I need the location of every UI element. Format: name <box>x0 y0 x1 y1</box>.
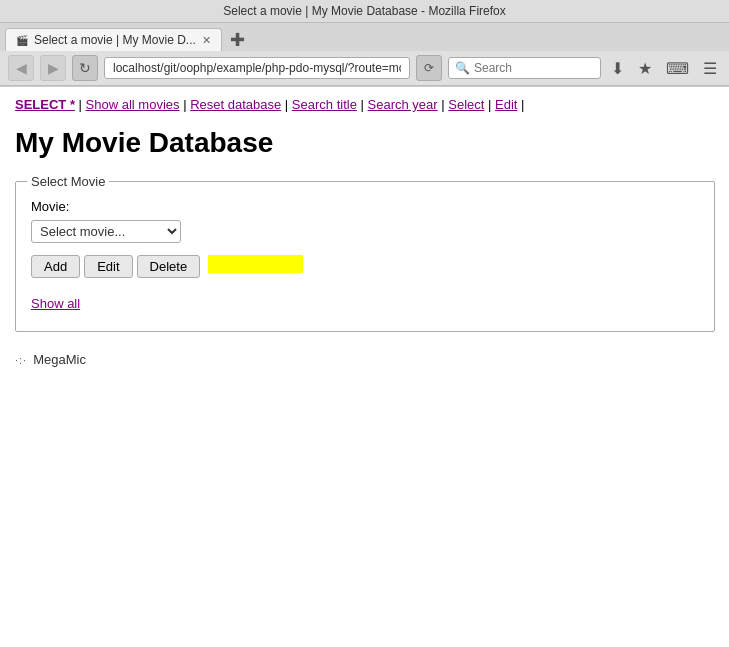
footer: ·:· MegaMic <box>15 352 714 367</box>
browser-chrome: Select a movie | My Movie Database - Moz… <box>0 0 729 87</box>
forward-button[interactable]: ▶ <box>40 55 66 81</box>
edit-button[interactable]: Edit <box>84 255 132 278</box>
url-bar[interactable] <box>104 57 410 79</box>
movie-select-dropdown[interactable]: Select movie... <box>31 220 181 243</box>
back-button[interactable]: ◀ <box>8 55 34 81</box>
tab-close-button[interactable]: ✕ <box>202 34 211 47</box>
brand-name: MegaMic <box>33 352 86 367</box>
show-all-link[interactable]: Show all <box>31 296 80 311</box>
highlight-overlay <box>208 255 303 273</box>
delete-button[interactable]: Delete <box>137 255 201 278</box>
nav-separator-5: | <box>488 97 495 112</box>
movie-label: Movie: <box>31 199 699 214</box>
search-title-link[interactable]: Search title <box>292 97 357 112</box>
add-button[interactable]: Add <box>31 255 80 278</box>
tab-bar: 🎬 Select a movie | My Movie D... ✕ ✚ <box>0 23 729 51</box>
keyboard-button[interactable]: ⌨ <box>662 59 693 78</box>
edit-link[interactable]: Edit <box>495 97 517 112</box>
fieldset-legend: Select Movie <box>27 174 109 189</box>
browser-search-input[interactable] <box>474 61 594 75</box>
select-link[interactable]: Select <box>448 97 484 112</box>
refresh-button[interactable]: ↻ <box>72 55 98 81</box>
download-button[interactable]: ⬇ <box>607 59 628 78</box>
navigation-bar: ◀ ▶ ↻ ⟳ 🔍 ⬇ ★ ⌨ ☰ <box>0 51 729 86</box>
nav-separator-0: | <box>79 97 86 112</box>
show-all-movies-link[interactable]: Show all movies <box>86 97 180 112</box>
browser-search-box: 🔍 <box>448 57 601 79</box>
select-star-link[interactable]: SELECT * <box>15 97 75 112</box>
reload-button[interactable]: ⟳ <box>416 55 442 81</box>
reset-database-link[interactable]: Reset database <box>190 97 281 112</box>
nav-links: SELECT * | Show all movies | Reset datab… <box>15 97 714 112</box>
action-buttons: Add Edit Delete <box>31 255 699 278</box>
nav-separator-2: | <box>285 97 292 112</box>
search-icon: 🔍 <box>455 61 470 75</box>
new-tab-button[interactable]: ✚ <box>222 29 253 51</box>
select-movie-fieldset: Select Movie Movie: Select movie... Add … <box>15 174 715 332</box>
page-title: My Movie Database <box>15 127 714 159</box>
window-title: Select a movie | My Movie Database - Moz… <box>223 4 506 18</box>
page-content: SELECT * | Show all movies | Reset datab… <box>0 87 729 647</box>
tab-favicon: 🎬 <box>16 35 28 46</box>
title-bar: Select a movie | My Movie Database - Moz… <box>0 0 729 23</box>
active-tab[interactable]: 🎬 Select a movie | My Movie D... ✕ <box>5 28 222 51</box>
bookmark-button[interactable]: ★ <box>634 59 656 78</box>
tab-label: Select a movie | My Movie D... <box>34 33 196 47</box>
menu-button[interactable]: ☰ <box>699 59 721 78</box>
nav-separator-3: | <box>361 97 368 112</box>
search-year-link[interactable]: Search year <box>368 97 438 112</box>
brand-icon: ·:· <box>15 354 27 366</box>
nav-separator-6: | <box>521 97 524 112</box>
